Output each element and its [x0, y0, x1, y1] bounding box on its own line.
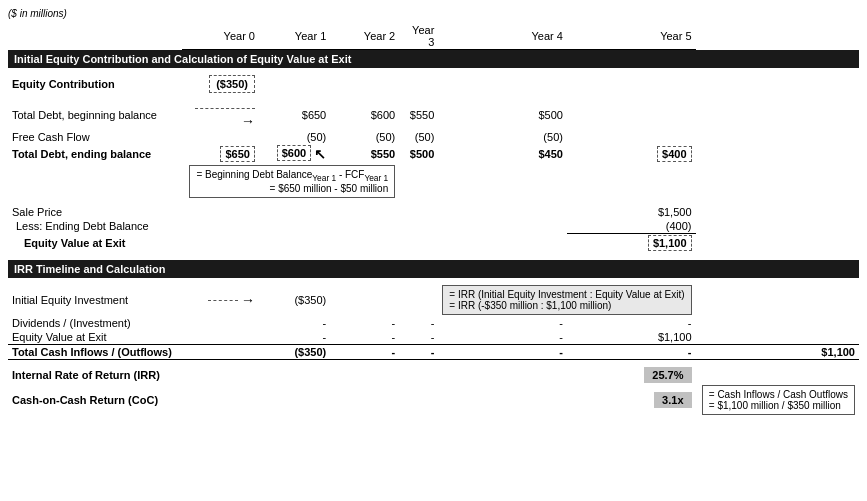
- debt-beginning-year2: $600: [330, 100, 399, 130]
- total-cf-year4: -: [567, 345, 696, 360]
- total-debt-ending-label: Total Debt, ending balance: [8, 144, 182, 163]
- coc-label: Cash-on-Cash Return (CoC): [8, 384, 182, 416]
- fcf-year5: [567, 130, 696, 144]
- irr-label: Internal Rate of Return (IRR): [8, 366, 182, 384]
- fcf-label: Free Cash Flow: [8, 130, 182, 144]
- coc-result-box: 3.1x: [654, 392, 691, 408]
- equity-value-exit-box: $1,100: [648, 235, 692, 251]
- ev-exit-year1: -: [259, 330, 330, 345]
- irr-result-box: 25.7%: [644, 367, 691, 383]
- debt-ending-year5: $400: [567, 144, 696, 163]
- initial-equity-label: Initial Equity Investment: [8, 284, 182, 316]
- callout3-line1: = Cash Inflows / Cash Outflows: [709, 389, 848, 400]
- debt-formula-callout: = Beginning Debt BalanceYear 1 - FCFYear…: [182, 163, 399, 199]
- debt-ending-year1: $600 ↖: [259, 144, 330, 163]
- section2-header: IRR Timeline and Calculation: [8, 260, 859, 278]
- ev-exit-year3: -: [399, 330, 438, 345]
- less-ending-debt-year5: (400): [567, 219, 696, 234]
- debt-ending-box-year0: $650: [220, 146, 254, 162]
- sale-price-year5: $1,500: [567, 205, 696, 219]
- dividends-year5: -: [567, 316, 696, 330]
- initial-equity-year1: ($350): [259, 284, 330, 316]
- coc-value: 3.1x: [567, 384, 696, 416]
- ev-exit-year2: -: [330, 330, 399, 345]
- debt-beginning-year1: $650: [259, 100, 330, 130]
- less-ending-debt-label: Less: Ending Debt Balance: [8, 219, 182, 234]
- total-cf-year2: -: [399, 345, 438, 360]
- callout1-line2: = $650 million - $50 million: [196, 183, 388, 194]
- debt-beginning-year0: →: [182, 100, 259, 130]
- irr-value: 25.7%: [567, 366, 696, 384]
- callout3-line2: = $1,100 million / $350 million: [709, 400, 848, 411]
- debt-ending-year0: $650: [182, 144, 259, 163]
- debt-ending-year3: $500: [399, 144, 438, 163]
- equity-value-exit-label: Equity Value at Exit: [8, 234, 182, 253]
- total-cf-year1: -: [330, 345, 399, 360]
- ev-exit-year4: -: [438, 330, 567, 345]
- sale-price-label: Sale Price: [8, 205, 182, 219]
- fcf-year1: (50): [259, 130, 330, 144]
- dividends-year3: -: [399, 316, 438, 330]
- fcf-year4: (50): [438, 130, 567, 144]
- debt-ending-year2: $550: [330, 144, 399, 163]
- year2-header: Year 2: [330, 23, 399, 50]
- dividends-year4: -: [438, 316, 567, 330]
- year0-header: Year 0: [182, 23, 259, 50]
- debt-ending-box-year1: $600: [277, 145, 311, 161]
- irr-callout-cell: = IRR (Initial Equity Investment : Equit…: [438, 284, 695, 316]
- year1-header: Year 1: [259, 23, 330, 50]
- dividends-label: Dividends / (Investment): [8, 316, 182, 330]
- total-cf-year3: -: [438, 345, 567, 360]
- total-cf-year0: ($350): [259, 345, 330, 360]
- equity-value-exit-label2: Equity Value at Exit: [8, 330, 182, 345]
- equity-contribution-box: ($350): [209, 75, 255, 93]
- year3-header: Year 3: [399, 23, 438, 50]
- callout2-line2: = IRR (-$350 million : $1,100 million): [449, 300, 684, 311]
- callout2-line1: = IRR (Initial Equity Investment : Equit…: [449, 289, 684, 300]
- dividends-year2: -: [330, 316, 399, 330]
- dividends-year1: -: [259, 316, 330, 330]
- equity-value-exit-year5: $1,100: [567, 234, 696, 253]
- debt-beginning-year4: $500: [438, 100, 567, 130]
- total-cf-year5: $1,100: [696, 345, 859, 360]
- callout1-line1: = Beginning Debt BalanceYear 1 - FCFYear…: [196, 169, 388, 183]
- debt-beginning-year3: $550: [399, 100, 438, 130]
- initial-equity-year0-cell: →: [182, 284, 259, 316]
- debt-beginning-year5: [567, 100, 696, 130]
- year4-header: Year 4: [438, 23, 567, 50]
- debt-ending-year4: $450: [438, 144, 567, 163]
- total-cf-label: Total Cash Inflows / (Outflows): [8, 345, 182, 360]
- year5-header: Year 5: [567, 23, 696, 50]
- subtitle: ($ in millions): [8, 8, 859, 19]
- equity-contribution-label: Equity Contribution: [8, 74, 182, 94]
- coc-callout-cell: = Cash Inflows / Cash Outflows = $1,100 …: [696, 384, 859, 416]
- fcf-year2: (50): [330, 130, 399, 144]
- equity-contribution-year0: ($350): [182, 74, 259, 94]
- debt-ending-box-year5: $400: [657, 146, 691, 162]
- fcf-year3: (50): [399, 130, 438, 144]
- ev-exit-year5: $1,100: [567, 330, 696, 345]
- section1-header: Initial Equity Contribution and Calculat…: [8, 50, 859, 69]
- total-debt-beginning-label: Total Debt, beginning balance: [8, 100, 182, 130]
